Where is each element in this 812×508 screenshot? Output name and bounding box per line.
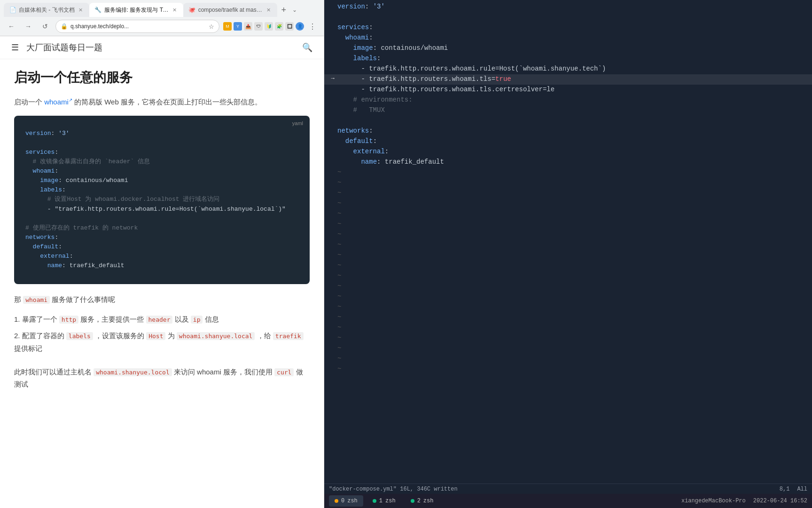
editor-status-bar: "docker-compose.yml" 16L, 346C written 8…	[324, 484, 812, 494]
search-button[interactable]: 🔍	[302, 42, 312, 53]
tab-label-github: compose/traefik at maste...	[198, 7, 263, 13]
terminal-right-info: xiangedeMacBook-Pro 2022-06-24 16:52	[681, 498, 807, 504]
tilde-1: ~	[324, 167, 812, 178]
tilde-18: ~	[324, 343, 812, 354]
tab-feishu[interactable]: 📄 自媒体相关 - 飞书文档 ✕	[4, 3, 89, 17]
code-line-3: services:	[25, 148, 298, 157]
tilde-19: ~	[324, 354, 812, 364]
tilde-10: ~	[324, 261, 812, 271]
tab-favicon-feishu: 📄	[9, 7, 16, 13]
tab-close-feishu[interactable]: ✕	[78, 6, 84, 14]
editor-line-10: # environments:	[324, 95, 812, 105]
terminal-tab-1[interactable]: 1 zsh	[367, 495, 401, 507]
code-line-12: networks:	[25, 233, 298, 242]
line-cnt-11: # TMUX	[337, 105, 808, 116]
code-line-11: # 使用已存在的 traefik 的 network	[25, 223, 298, 233]
hostname-label: xiangedeMacBook-Pro	[681, 498, 746, 504]
tab-favicon-service: 🔧	[95, 7, 102, 13]
tilde-11: ~	[324, 271, 812, 281]
editor-line-14: default:	[324, 136, 812, 147]
http-code: http	[59, 316, 78, 324]
code-line-8: # 设置Host 为 whoami.docker.localhost 进行域名访…	[25, 195, 298, 204]
ip-code: ip	[191, 316, 203, 324]
term-tab-label-2: 2	[417, 498, 421, 504]
line-cnt-15: external:	[337, 147, 808, 157]
code-line-6: image: containous/whoami	[25, 176, 298, 185]
whoami-question: 那 whoami 服务做了什么事情呢	[14, 294, 310, 306]
editor-line-2	[324, 12, 812, 23]
line-cnt-12	[337, 116, 808, 126]
line-cnt-10: # environments:	[337, 95, 808, 105]
tab-close-service[interactable]: ✕	[172, 6, 178, 14]
tilde-7: ~	[324, 230, 812, 240]
refresh-button[interactable]: ↺	[39, 20, 52, 33]
back-button[interactable]: ←	[5, 20, 18, 33]
line-cnt-7: - traefik.http.routers.whoami.rule=Host(…	[337, 64, 808, 74]
line-cnt-5: image: containous/whoami	[337, 43, 808, 54]
site-title: 大厂面试题每日一题	[26, 42, 295, 53]
profile-icon[interactable]: 👤	[296, 22, 304, 31]
hamburger-menu[interactable]: ☰	[11, 42, 19, 53]
tab-close-github[interactable]: ✕	[265, 6, 272, 14]
editor-line-12	[324, 116, 812, 126]
code-block: yaml version: '3' services: # 改镜像会暴露出自身的…	[14, 116, 310, 284]
tab-github[interactable]: 🐙 compose/traefik at maste... ✕	[183, 3, 277, 17]
code-line-9: - "traefik.http.routers.whoami.rule=Host…	[25, 205, 298, 214]
locol-code: whoami.shanyue.locol	[94, 368, 172, 376]
term-tab-name-2: zsh	[423, 498, 434, 504]
tilde-8: ~	[324, 240, 812, 250]
tilde-14: ~	[324, 302, 812, 312]
bookmark-icon[interactable]: ☆	[209, 23, 214, 30]
tab-label-feishu: 自媒体相关 - 飞书文档	[19, 6, 75, 14]
test-desc: 此时我们可以通过主机名 whoami.shanyue.locol 来访问 who…	[14, 366, 310, 390]
address-box[interactable]: 🔒 q.shanyue.tech/deplo... ☆	[55, 20, 219, 33]
forward-button[interactable]: →	[22, 20, 35, 33]
new-tab-button[interactable]: +	[277, 3, 290, 16]
code-line-14: external:	[25, 252, 298, 261]
tab-favicon-github: 🐙	[189, 7, 195, 13]
ext-icon-3[interactable]: 📥	[244, 22, 252, 31]
terminal-tab-2[interactable]: 2 zsh	[405, 495, 439, 507]
header-code: header	[146, 316, 173, 324]
site-header: ☰ 大厂面试题每日一题 🔍	[0, 36, 324, 59]
address-bar-row: ← → ↺ 🔒 q.shanyue.tech/deplo... ☆ M Y 📥 …	[0, 17, 324, 36]
line-cnt-13: networks:	[337, 126, 808, 136]
code-line-15: name: traefik_default	[25, 261, 298, 270]
ext-icon-4[interactable]: 🛡	[254, 22, 263, 31]
editor-all: All	[797, 486, 807, 492]
line-cnt-1: version: '3'	[337, 2, 808, 12]
ext-icon-1[interactable]: M	[223, 22, 232, 31]
tab-service[interactable]: 🔧 服务编排: 服务发现与 Trae... ✕	[89, 3, 183, 17]
code-line-13: default:	[25, 242, 298, 252]
article-body: 启动一个任意的服务 启动一个 whoami 的简易版 Web 服务，它将会在页面…	[0, 59, 324, 407]
editor-line-11: # TMUX	[324, 105, 812, 116]
editor-line-4: whoami:	[324, 33, 812, 43]
lock-icon: 🔒	[61, 23, 68, 30]
tilde-2: ~	[324, 178, 812, 188]
ext-icon-7[interactable]: 🔲	[285, 22, 294, 31]
code-line-2	[25, 138, 298, 148]
ext-icon-6[interactable]: 🧩	[275, 22, 283, 31]
terminal-tab-0[interactable]: 0 zsh	[329, 495, 363, 507]
ext-icon-2[interactable]: Y	[234, 22, 242, 31]
page-content: ☰ 大厂面试题每日一题 🔍 启动一个任意的服务 启动一个 whoami 的简易版…	[0, 36, 324, 508]
address-text: q.shanyue.tech/deplo...	[70, 23, 206, 30]
term-dot-1	[373, 499, 376, 503]
code-line-10	[25, 214, 298, 223]
line-cnt-3: services:	[337, 23, 808, 33]
whoami-link[interactable]: whoami	[44, 98, 72, 106]
ext-icon-5[interactable]: 🔰	[265, 22, 273, 31]
datetime-label: 2022-06-24 16:52	[753, 498, 807, 504]
editor-status-text: "docker-compose.yml" 16L, 346C written	[329, 486, 780, 492]
terminal-bar: 0 zsh 1 zsh 2 zsh xiangedeMacBook-Pro 20…	[324, 494, 812, 508]
tilde-16: ~	[324, 323, 812, 333]
whoami-text: whoami	[197, 368, 221, 376]
hostname-code: whoami.shanyue.local	[177, 332, 255, 340]
editor-line-6: labels:	[324, 54, 812, 64]
term-dot-2	[411, 499, 414, 503]
line-cnt-2	[337, 12, 808, 23]
line-cnt-9: - traefik.http.routers.whoami.tls.certre…	[337, 85, 808, 95]
tilde-13: ~	[324, 292, 812, 302]
tab-overflow-button[interactable]: ⌄	[290, 5, 299, 15]
more-options-button[interactable]: ⋮	[306, 20, 319, 33]
